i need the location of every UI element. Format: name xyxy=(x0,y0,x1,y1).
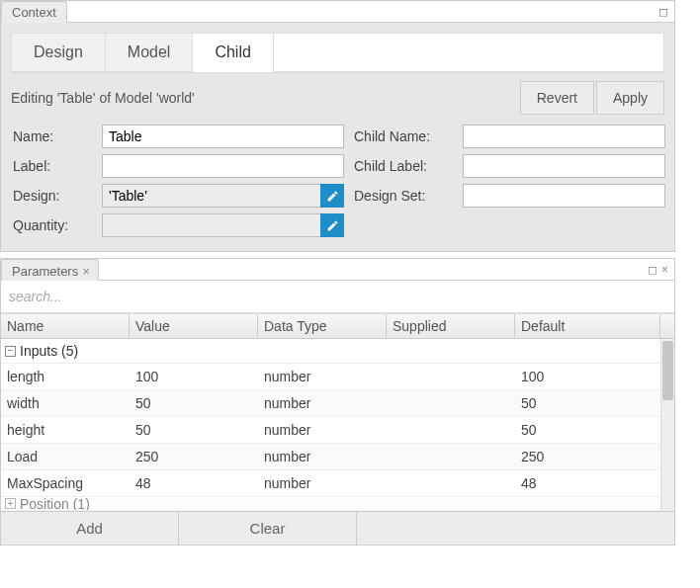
name-input[interactable] xyxy=(102,125,344,148)
parameters-body: Name Value Data Type Supplied Default − … xyxy=(1,281,674,545)
revert-button[interactable]: Revert xyxy=(520,81,594,115)
table-row[interactable]: Load 250 number 250 xyxy=(1,444,660,470)
cell-dtype: number xyxy=(258,470,387,496)
group-label: Inputs (5) xyxy=(20,343,78,359)
editing-text: Editing 'Table' of Model 'world' xyxy=(11,90,518,106)
childname-label: Child Name: xyxy=(354,128,453,144)
cell-default: 100 xyxy=(515,364,660,389)
col-value[interactable]: Value xyxy=(130,314,258,338)
pencil-icon xyxy=(326,219,339,232)
editing-row: Editing 'Table' of Model 'world' Revert … xyxy=(1,73,674,119)
search-input[interactable] xyxy=(1,281,674,313)
cell-name: height xyxy=(1,417,130,443)
cell-supplied xyxy=(387,364,515,389)
cell-default: 50 xyxy=(515,417,660,443)
tab-spacer xyxy=(66,1,658,23)
inner-tabs-wrap: Design Model Child xyxy=(11,33,664,73)
parameters-tab[interactable]: Parameters × xyxy=(1,259,99,281)
tab-design[interactable]: Design xyxy=(12,34,106,72)
table-row[interactable]: width 50 number 50 xyxy=(1,390,660,417)
cell-value[interactable]: 250 xyxy=(130,444,258,469)
cell-name: width xyxy=(1,390,130,416)
collapse-icon[interactable]: − xyxy=(5,346,16,357)
design-label: Design: xyxy=(13,188,92,204)
childname-input[interactable] xyxy=(463,125,665,148)
cell-default: 48 xyxy=(515,470,660,496)
design-edit-button[interactable] xyxy=(320,184,344,208)
design-input[interactable] xyxy=(102,184,320,208)
context-body: Design Model Child Editing 'Table' of Mo… xyxy=(1,33,674,251)
tab-child[interactable]: Child xyxy=(193,34,273,72)
col-scroll-gutter xyxy=(660,314,674,338)
inner-tabs: Design Model Child xyxy=(12,34,663,72)
cell-supplied xyxy=(387,390,515,416)
quantity-input[interactable] xyxy=(102,213,320,237)
group-label: Position (1) xyxy=(20,497,90,511)
cell-dtype: number xyxy=(258,390,387,416)
table-row[interactable]: length 100 number 100 xyxy=(1,364,660,390)
designset-label: Design Set: xyxy=(354,188,453,204)
cell-value[interactable]: 50 xyxy=(130,390,258,416)
parameters-tab-label: Parameters xyxy=(12,264,78,279)
table-row[interactable]: MaxSpacing 48 number 48 xyxy=(1,470,660,497)
col-supplied[interactable]: Supplied xyxy=(387,314,515,338)
col-name[interactable]: Name xyxy=(1,314,130,338)
cell-value[interactable]: 100 xyxy=(130,364,258,389)
name-label: Name: xyxy=(13,128,92,144)
grid-body-wrap: − Inputs (5) length 100 number 100 width… xyxy=(1,339,674,511)
context-tab-row: Context ◻ xyxy=(1,1,674,23)
quantity-input-group xyxy=(102,213,344,237)
cell-name: Load xyxy=(1,444,130,469)
form-grid: Name: Child Name: Label: Child Label: De… xyxy=(1,119,674,251)
cell-dtype: number xyxy=(258,417,387,443)
clear-button[interactable]: Clear xyxy=(179,512,357,545)
context-tab[interactable]: Context xyxy=(1,1,67,23)
scrollbar[interactable] xyxy=(660,339,674,511)
label-label: Label: xyxy=(13,158,92,174)
cell-name: length xyxy=(1,364,130,389)
grid-header: Name Value Data Type Supplied Default xyxy=(1,314,674,339)
cell-value[interactable]: 50 xyxy=(130,417,258,443)
cell-value[interactable]: 48 xyxy=(130,470,258,496)
close-icon[interactable]: × xyxy=(82,264,90,279)
childlabel-label: Child Label: xyxy=(354,158,453,174)
cell-supplied xyxy=(387,470,515,496)
expand-icon[interactable]: + xyxy=(5,498,16,509)
tab-model[interactable]: Model xyxy=(106,34,194,72)
grid-footer: Add Clear xyxy=(1,511,674,545)
group-row-position[interactable]: + Position (1) xyxy=(1,497,660,511)
childlabel-input[interactable] xyxy=(463,154,665,178)
apply-button[interactable]: Apply xyxy=(596,81,664,115)
parameters-panel: Parameters × ◻ × Name Value Data Type Su… xyxy=(0,258,675,546)
cell-name: MaxSpacing xyxy=(1,470,130,496)
designset-input[interactable] xyxy=(463,184,665,208)
params-window-icons: ◻ × xyxy=(642,259,674,281)
col-default[interactable]: Default xyxy=(515,314,660,338)
maximize-icon[interactable]: ◻ xyxy=(658,1,674,23)
cell-default: 250 xyxy=(515,444,660,469)
close-panel-icon[interactable]: × xyxy=(661,263,668,277)
quantity-edit-button[interactable] xyxy=(320,213,344,237)
parameters-tab-row: Parameters × ◻ × xyxy=(1,259,674,281)
pencil-icon xyxy=(326,190,339,203)
quantity-label: Quantity: xyxy=(13,217,92,233)
cell-supplied xyxy=(387,444,515,469)
context-panel: Context ◻ Design Model Child Editing 'Ta… xyxy=(0,0,675,252)
footer-spacer xyxy=(357,512,674,545)
maximize-icon[interactable]: ◻ xyxy=(648,263,657,277)
group-row-inputs[interactable]: − Inputs (5) xyxy=(1,339,660,364)
design-input-group xyxy=(102,184,344,208)
table-row[interactable]: height 50 number 50 xyxy=(1,417,660,444)
cell-supplied xyxy=(387,417,515,443)
grid-body: − Inputs (5) length 100 number 100 width… xyxy=(1,339,660,511)
cell-default: 50 xyxy=(515,390,660,416)
col-datatype[interactable]: Data Type xyxy=(258,314,387,338)
label-input[interactable] xyxy=(102,154,344,178)
parameters-grid: Name Value Data Type Supplied Default − … xyxy=(1,313,674,545)
scroll-thumb[interactable] xyxy=(662,341,673,400)
params-spacer xyxy=(99,259,642,281)
cell-dtype: number xyxy=(258,364,387,389)
cell-dtype: number xyxy=(258,444,387,469)
add-button[interactable]: Add xyxy=(1,512,179,545)
